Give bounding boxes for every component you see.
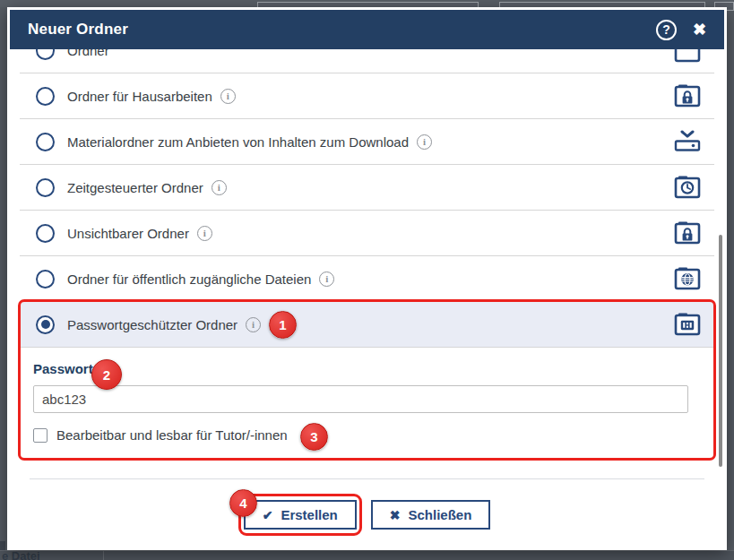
option-label: Materialordner zum Anbieten von Inhalten… [67, 134, 409, 150]
radio-hausarbeiten[interactable] [36, 87, 55, 106]
folder-lock-icon [671, 220, 704, 246]
dimmed-background-fragment [0, 541, 5, 550]
dimmed-partial-label: e Datei [2, 550, 40, 560]
dialog-body: Ordner Ordner für Hausarbeiten i [10, 49, 724, 530]
close-button[interactable]: ✖ Schließen [371, 500, 491, 530]
dialog-title: Neuer Ordner [28, 21, 128, 39]
option-label: Zeitgesteuerter Ordner [67, 180, 203, 195]
required-marker: * [96, 361, 101, 376]
radio-oeffentlich[interactable] [36, 270, 55, 289]
option-row-hausarbeiten[interactable]: Ordner für Hausarbeiten i [20, 73, 714, 119]
close-icon[interactable]: ✖ [693, 22, 706, 38]
folder-globe-icon [671, 265, 704, 292]
info-icon[interactable]: i [319, 271, 334, 287]
info-icon[interactable]: i [246, 317, 261, 332]
folder-clock-icon [671, 174, 704, 201]
tutor-checkbox[interactable] [33, 428, 47, 443]
create-button-label: Erstellen [281, 507, 337, 522]
folder-lock-icon [671, 82, 704, 109]
check-icon: ✔ [263, 508, 273, 522]
help-icon[interactable]: ? [656, 20, 677, 40]
tutor-checkbox-label: Bearbeitbar und lesbar für Tutor/-innen [56, 427, 288, 443]
folder-icon [671, 49, 704, 65]
option-label: Ordner für öffentlich zugängliche Dateie… [67, 271, 311, 287]
x-icon: ✖ [390, 508, 401, 522]
radio-passwortgeschuetzt-selected[interactable] [36, 315, 55, 334]
option-label: Passwortgeschützter Ordner [67, 317, 237, 332]
option-row-zeitgesteuert[interactable]: Zeitgesteuerter Ordner i [20, 165, 714, 211]
dimmed-column-divider [103, 551, 104, 560]
dimmed-background-toolbar [0, 0, 734, 7]
dialog-footer: ✔ Erstellen ✖ Schließen [20, 500, 714, 530]
password-input[interactable] [33, 385, 688, 413]
new-folder-dialog: Neuer Ordner ? ✖ Ordner [7, 7, 727, 550]
footer-divider [30, 478, 704, 479]
password-label: Passwort [33, 361, 93, 376]
option-label: Ordner für Hausarbeiten [67, 89, 212, 104]
radio-unsichtbar[interactable] [36, 224, 55, 243]
option-row-materialordner[interactable]: Materialordner zum Anbieten von Inhalten… [20, 119, 714, 165]
option-row-unsichtbar[interactable]: Unsichtbarer Ordner i [20, 211, 714, 256]
radio-materialordner[interactable] [36, 133, 55, 151]
selected-option-group: Passwortgeschützter Ordner i Passwort* B… [20, 302, 714, 458]
info-icon[interactable]: i [417, 134, 432, 150]
option-row-ordner-clipped[interactable]: Ordner [20, 49, 714, 73]
info-icon[interactable]: i [212, 180, 227, 195]
info-icon[interactable]: i [220, 89, 236, 104]
folder-download-icon [671, 128, 704, 155]
option-row-oeffentlich[interactable]: Ordner für öffentlich zugängliche Dateie… [20, 256, 714, 302]
close-button-label: Schließen [408, 507, 471, 522]
scrollbar-thumb[interactable] [719, 235, 722, 467]
radio-zeitgesteuert[interactable] [36, 178, 55, 197]
create-button[interactable]: ✔ Erstellen [244, 500, 357, 530]
screenshot-root: e Datei Neuer Ordner ? ✖ Ordner [0, 0, 734, 560]
password-form: Passwort* Bearbeitbar und lesbar für Tut… [20, 348, 714, 458]
option-row-passwortgeschuetzt[interactable]: Passwortgeschützter Ordner i [20, 302, 714, 348]
dimmed-background-table-header: e Datei [0, 550, 734, 560]
info-icon[interactable]: i [197, 226, 212, 241]
option-label: Ordner [67, 49, 109, 58]
option-label: Unsichtbarer Ordner [67, 226, 189, 241]
folder-keypad-icon [671, 311, 704, 338]
dialog-header: Neuer Ordner ? ✖ [10, 10, 724, 49]
radio-ordner[interactable] [36, 49, 55, 60]
